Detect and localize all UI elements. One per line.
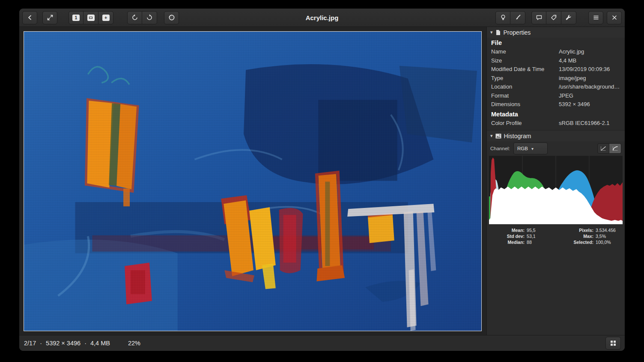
grid-icon	[610, 340, 616, 346]
back-button[interactable]	[22, 11, 37, 24]
property-value: /usr/share/background…	[559, 83, 625, 92]
property-value: 4,4 MB	[559, 56, 625, 65]
properties-sidebar: ▾ Properties File Name Acrylic.jpg Size …	[486, 27, 625, 335]
stat-pixels: Pixels: 3.534.456	[558, 227, 620, 233]
stat-median: Median: 88	[489, 239, 551, 245]
stat-label: Mean:	[489, 227, 527, 233]
zoom-original-button[interactable]: 1	[69, 11, 83, 24]
channel-label: Channel:	[490, 146, 510, 151]
linear-scale-icon	[600, 146, 606, 151]
stat-value: 95,5	[527, 227, 535, 233]
stat-value: 88	[527, 239, 532, 245]
speech-bubble-icon	[536, 14, 543, 21]
chevron-left-icon	[27, 14, 33, 21]
metadata-heading: Metadata	[487, 109, 625, 119]
close-button[interactable]	[607, 11, 622, 24]
property-label: Format	[487, 92, 559, 101]
stat-value: 53,1	[527, 233, 535, 239]
rotate-left-icon	[131, 14, 138, 21]
painting-image[interactable]	[24, 31, 482, 331]
property-value: image/jpeg	[559, 74, 625, 83]
properties-section-header[interactable]: ▾ Properties	[487, 27, 625, 38]
rotate-left-button[interactable]	[127, 11, 142, 24]
fullscreen-button[interactable]	[42, 11, 57, 24]
property-value: sRGB IEC61966-2.1	[559, 119, 625, 128]
properties-section-title: Properties	[504, 29, 531, 36]
disclosure-triangle-icon: ▾	[490, 134, 493, 138]
zoom-in-glyph: +	[104, 15, 107, 20]
zoom-fit-icon	[87, 15, 95, 21]
property-row-format: Format JPEG	[487, 92, 625, 101]
app-window: 1 + Acrylic.jpg	[19, 9, 625, 351]
status-bar: 2/17 · 5392 × 3496 · 4,4 MB 22%	[19, 335, 625, 351]
property-label: Type	[487, 74, 559, 83]
image-icon	[495, 134, 501, 139]
document-icon	[495, 30, 501, 36]
file-heading: File	[487, 38, 625, 47]
property-label: Dimensions	[487, 100, 559, 109]
hamburger-icon	[593, 14, 599, 21]
stat-value: 3,5%	[596, 233, 606, 239]
disclosure-triangle-icon: ▾	[490, 30, 493, 35]
stat-value: 100,0%	[596, 239, 611, 245]
status-position: 2/17	[24, 340, 36, 347]
wrench-icon	[565, 14, 572, 21]
zoom-in-icon: +	[102, 15, 110, 21]
property-row-name: Name Acrylic.jpg	[487, 47, 625, 56]
property-row-location: Location /usr/share/background…	[487, 83, 625, 92]
property-label: Modified Date & Time	[487, 65, 559, 74]
thumbnail-grid-button[interactable]	[605, 337, 621, 350]
lightbulb-toggle-button[interactable]	[495, 11, 510, 24]
property-row-color-profile: Color Profile sRGB IEC61966-2.1	[487, 119, 625, 128]
annotate-button-group	[531, 11, 576, 24]
stat-selected: Selected: 100,0%	[558, 239, 620, 245]
lightbulb-icon	[500, 14, 507, 21]
slideshow-button[interactable]	[164, 11, 179, 24]
property-row-type: Type image/jpeg	[487, 74, 625, 83]
status-zoom-level: 22%	[128, 340, 140, 347]
stat-max: Max: 3,5%	[558, 233, 620, 239]
header-bar: 1 + Acrylic.jpg	[19, 9, 625, 27]
property-value: 5392 × 3496	[559, 100, 625, 109]
zoom-fit-glyph	[89, 17, 92, 19]
property-label: Size	[487, 56, 559, 65]
tools-button[interactable]	[561, 11, 576, 24]
paintbrush-icon	[514, 14, 521, 21]
view-edit-button-group	[495, 11, 525, 24]
stat-label: Median:	[489, 239, 527, 245]
property-row-dimensions: Dimensions 5392 × 3496	[487, 100, 625, 109]
status-dimensions: 5392 × 3496	[46, 340, 80, 347]
rotate-button-group	[127, 11, 157, 24]
histogram-section-title: Histogram	[504, 133, 531, 139]
property-value: JPEG	[559, 92, 625, 101]
zoom-button-group: 1 +	[69, 11, 113, 24]
histogram-stats-left: Mean: 95,5 Std dev: 53,1 Median: 88	[489, 227, 551, 245]
channel-dropdown[interactable]: RGB ▾	[513, 142, 548, 154]
stat-mean: Mean: 95,5	[489, 227, 551, 233]
comment-button[interactable]	[531, 11, 546, 24]
tag-icon	[550, 14, 557, 21]
window-title: Acrylic.jpg	[306, 14, 339, 21]
stat-label: Pixels:	[558, 227, 596, 233]
stat-stddev: Std dev: 53,1	[489, 233, 551, 239]
stat-label: Max:	[558, 233, 596, 239]
status-separator: ·	[40, 340, 42, 347]
rotate-right-button[interactable]	[142, 11, 157, 24]
histogram-linear-button[interactable]	[597, 143, 609, 154]
circle-icon	[168, 14, 175, 21]
property-value: Acrylic.jpg	[559, 47, 625, 56]
stat-label: Selected:	[558, 239, 596, 245]
tags-button[interactable]	[546, 11, 561, 24]
histogram-stats: Mean: 95,5 Std dev: 53,1 Median: 88 Pixe…	[487, 224, 625, 245]
edit-file-button[interactable]	[510, 11, 525, 24]
main-content: ▾ Properties File Name Acrylic.jpg Size …	[19, 27, 625, 335]
histogram-channel-row: Channel: RGB ▾	[487, 141, 625, 156]
histogram-log-button[interactable]	[609, 143, 621, 154]
zoom-fit-button[interactable]	[83, 11, 98, 24]
status-info: 2/17 · 5392 × 3496 · 4,4 MB	[23, 340, 110, 347]
chevron-down-icon: ▾	[531, 146, 534, 151]
property-row-modified: Modified Date & Time 13/09/2019 00:09:36	[487, 65, 625, 74]
zoom-in-button[interactable]: +	[98, 11, 113, 24]
menu-button[interactable]	[588, 11, 603, 24]
histogram-section-header[interactable]: ▾ Histogram	[487, 130, 625, 141]
